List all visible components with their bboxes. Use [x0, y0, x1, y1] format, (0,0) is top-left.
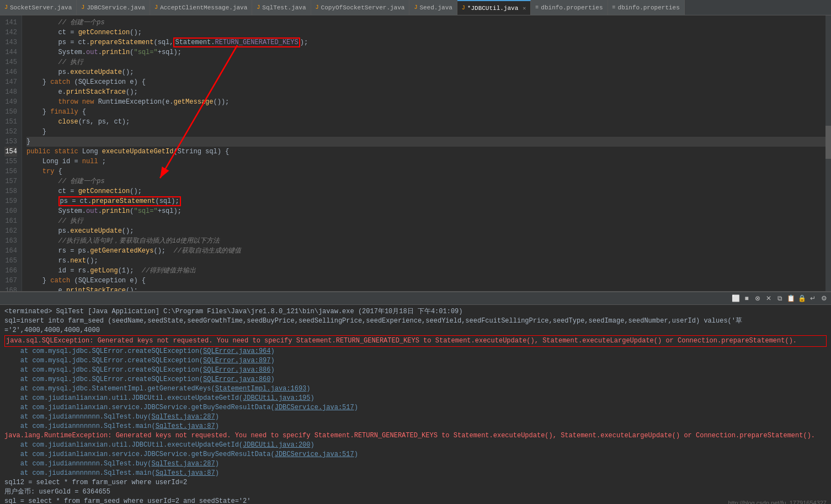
code-editor: 141142143144 145146147148 149150151152 1…	[0, 15, 831, 291]
stack-line-9: at com.jiudiannnnnnn.SqlTest.main(SqlTes…	[4, 422, 827, 431]
code-line: ct = getConnection();	[26, 186, 827, 196]
code-line: Long id = null ;	[26, 157, 827, 167]
tab-jdbcservice[interactable]: J JDBCService.java	[77, 0, 150, 15]
copy-button[interactable]: ⧉	[775, 293, 785, 303]
paste-button[interactable]: 📋	[786, 293, 796, 303]
code-line: ps = ct.prepareStatement(sql);	[26, 196, 827, 206]
terminate-button[interactable]: ■	[742, 293, 752, 303]
usergold-line: 用户金币: userGold = 6364655	[4, 487, 827, 497]
link[interactable]: SqlTest.java:87	[156, 469, 215, 477]
code-line: throw new RuntimeException(e.getMessage(…	[26, 97, 827, 107]
stack2-line-1: at com.jiudianlianxian.util.JDBCUtil.exe…	[4, 441, 827, 450]
tab-acceptclient[interactable]: J AcceptClientMessage.java	[150, 0, 252, 15]
link[interactable]: JDBCService.java:517	[275, 451, 354, 458]
code-line: id = rs.getLong(1); //得到键值并输出	[26, 266, 827, 276]
tab-sqltest[interactable]: J SqlTest.java	[252, 0, 311, 15]
scroll-lock-button[interactable]: 🔒	[797, 293, 807, 303]
code-line: // 创建一个ps	[26, 18, 827, 28]
remove-button[interactable]: ✕	[764, 293, 774, 303]
watermark: http://blog.csdn.net/fu_17791654327	[728, 500, 827, 504]
main-error-line: java.sql.SQLException: Generated keys no…	[4, 335, 827, 347]
code-line: e.printStackTrace();	[26, 286, 827, 291]
sql12-line: sql12 = select * from farm_user where us…	[4, 478, 827, 487]
code-content[interactable]: // 创建一个ps ct = getConnection(); ps = ct.…	[22, 15, 831, 291]
link[interactable]: SQLError.java:964	[203, 347, 270, 355]
code-line: try {	[26, 167, 827, 176]
link[interactable]: SqlTest.java:87	[156, 422, 215, 430]
tab-label: JDBCService.java	[87, 4, 145, 11]
tab-socketserver[interactable]: J SocketServer.java	[0, 0, 77, 15]
stack2-line-2: at com.jiudianlianxian.service.JDBCServi…	[4, 450, 827, 459]
console-output[interactable]: <terminated> SqlTest [Java Application] …	[0, 305, 831, 504]
code-line: e.printStackTrace();	[26, 87, 827, 97]
tab-dbinfo1[interactable]: ≡ dbinfo.properties	[531, 0, 608, 15]
stack-line-8: at com.jiudiannnnnnn.SqlTest.buy(SqlTest…	[4, 412, 827, 422]
link[interactable]: SQLError.java:897	[203, 357, 270, 364]
code-line: ps.executeUpdate();	[26, 67, 827, 77]
java-icon: J	[81, 4, 84, 10]
code-line: System.out.println("sql="+sql);	[26, 47, 827, 57]
tab-label: *JDBCUtil.java	[467, 5, 518, 12]
code-line: public static Long executeUpdateGetId(St…	[26, 147, 827, 157]
link[interactable]: SQLError.java:886	[203, 366, 270, 374]
link[interactable]: SqlTest.java:287	[151, 460, 215, 468]
code-line: close(rs, ps, ct);	[26, 117, 827, 127]
tab-label: dbinfo.properties	[618, 4, 680, 11]
disconnect-button[interactable]: ⊗	[753, 293, 763, 303]
tab-jdbcutil[interactable]: J *JDBCUtil.java ✕	[457, 0, 531, 15]
scrollbar-thumb[interactable]	[825, 126, 831, 159]
code-line: // 执行	[26, 216, 827, 226]
console-toolbar: ⬜ ■ ⊗ ✕ ⧉ 📋 🔒 ↵ ⚙	[0, 292, 831, 305]
code-line: ps = ct.prepareStatement(sql,Statement.R…	[26, 37, 827, 47]
link[interactable]: JDBCService.java:517	[275, 404, 354, 411]
line-numbers: 141142143144 145146147148 149150151152 1…	[0, 15, 22, 291]
tab-label: AcceptClientMessage.java	[160, 4, 247, 11]
stack2-line-3: at com.jiudiannnnnnn.SqlTest.buy(SqlTest…	[4, 459, 827, 469]
console-output-area: <terminated> SqlTest [Java Application] …	[0, 305, 831, 504]
code-line: }	[26, 137, 827, 147]
link[interactable]: JDBCUtil.java:200	[243, 441, 310, 449]
settings-button[interactable]: ⚙	[819, 293, 829, 303]
word-wrap-button[interactable]: ↵	[808, 293, 818, 303]
tab-bar: J SocketServer.java J JDBCService.java J…	[0, 0, 831, 15]
code-line: // 执行	[26, 57, 827, 67]
java-icon: J	[257, 4, 260, 10]
clear-console-button[interactable]: ⬜	[731, 293, 741, 303]
code-line: }	[26, 127, 827, 137]
code-line: rs.next();	[26, 256, 827, 266]
stack2-line-4: at com.jiudiannnnnnn.SqlTest.main(SqlTes…	[4, 469, 827, 478]
bottom-panel: ⚠ Problems ▶ Console ✕ 🔧 Servers 📄 Javad…	[0, 291, 831, 504]
stack-line-3: at com.mysql.jdbc.SQLError.createSQLExce…	[4, 366, 827, 375]
code-line: } finally {	[26, 107, 827, 117]
stack-line-1: at com.mysql.jdbc.SQLError.createSQLExce…	[4, 347, 827, 356]
ide-window: J SocketServer.java J JDBCService.java J…	[0, 0, 831, 504]
stack-line-4: at com.mysql.jdbc.SQLError.createSQLExce…	[4, 375, 827, 384]
tab-label: SocketServer.java	[10, 4, 72, 11]
code-line: // 创建一个ps	[26, 176, 827, 186]
java-icon: J	[155, 4, 158, 10]
tab-label: Seed.java	[419, 4, 452, 11]
stack-line-7: at com.jiudianlianxian.service.JDBCServi…	[4, 403, 827, 412]
link[interactable]: StatementImpl.java:1693	[215, 385, 307, 393]
code-line: //执行插入语句时，要获取自动插入的id使用以下方法	[26, 236, 827, 246]
code-line: } catch (SQLException e) {	[26, 77, 827, 87]
stack-line-2: at com.mysql.jdbc.SQLError.createSQLExce…	[4, 356, 827, 366]
tab-seed[interactable]: J Seed.java	[409, 0, 457, 15]
code-line: rs = ps.getGeneratedKeys(); //获取自动生成的键值	[26, 246, 827, 256]
editor-scrollbar[interactable]	[825, 15, 831, 291]
tab-copyofsocketserver[interactable]: J CopyOfSocketServer.java	[311, 0, 410, 15]
terminated-line: <terminated> SqlTest [Java Application] …	[4, 307, 827, 317]
tab-close-icon[interactable]: ✕	[523, 5, 526, 12]
tab-label: dbinfo.properties	[541, 4, 603, 11]
sql-insert-line: sql=insert into farm_seed (seedName,seed…	[4, 317, 827, 335]
code-line: ps.executeUpdate();	[26, 226, 827, 236]
java-icon: J	[414, 4, 417, 10]
java-icon: J	[4, 4, 8, 10]
link[interactable]: SqlTest.java:287	[151, 413, 215, 421]
tab-label: CopyOfSocketServer.java	[321, 4, 405, 11]
link[interactable]: JDBCUtil.java:195	[243, 394, 310, 402]
java-icon: J	[462, 5, 465, 11]
tab-dbinfo2[interactable]: ≡ dbinfo.properties	[608, 0, 685, 15]
link[interactable]: SQLError.java:860	[203, 376, 270, 383]
tab-label: SqlTest.java	[262, 4, 306, 11]
